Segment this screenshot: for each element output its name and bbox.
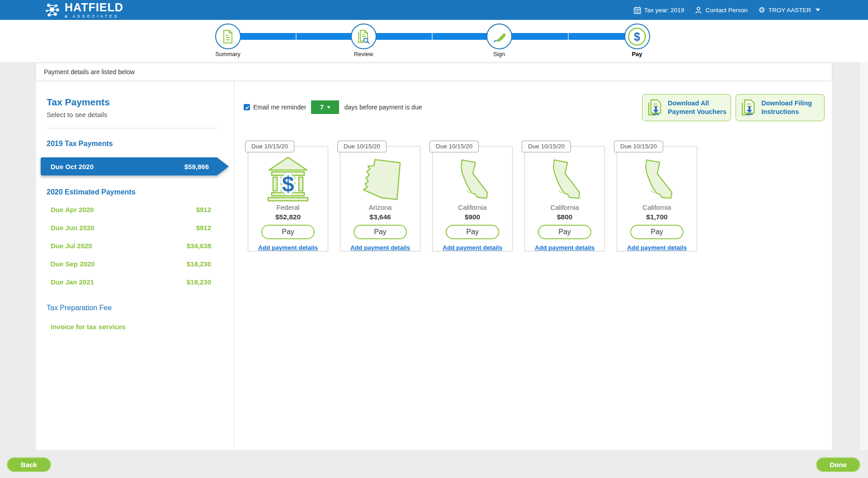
add-payment-details-link[interactable]: Add payment details — [627, 244, 687, 251]
add-payment-details-link[interactable]: Add payment details — [535, 244, 594, 251]
sidebar-item-due-jan-2021[interactable]: Due Jan 2021 $18,230 — [51, 273, 211, 291]
contact-person-label: Contact Person — [705, 7, 747, 14]
item-amount: $912 — [196, 224, 211, 232]
dollar-circle-icon: $ — [627, 27, 646, 46]
reminder-days-value: 7 — [320, 104, 324, 111]
selected-item-amount: $59,866 — [184, 163, 209, 170]
gear-icon: ⚙ — [758, 6, 765, 14]
step-review: Review — [336, 24, 391, 57]
email-reminder-label: Email me reminder — [253, 104, 306, 111]
download-filing-instructions-button[interactable]: Download Filing Instructions — [736, 94, 825, 121]
download-button-line1: Download All — [668, 99, 709, 107]
progress-separator — [568, 33, 569, 40]
payee-name: Arizona — [369, 204, 392, 211]
item-amount: $18,230 — [187, 278, 211, 286]
item-label: Due Jan 2021 — [51, 278, 94, 286]
item-amount: $18,230 — [187, 260, 211, 268]
item-amount: $34,638 — [187, 242, 211, 250]
step-pay-circle[interactable]: $ — [624, 24, 650, 49]
item-label: Due Sep 2020 — [51, 260, 95, 268]
sidebar-item-invoice[interactable]: Invoice for tax services — [51, 323, 234, 331]
step-pay: $ Pay — [610, 24, 664, 57]
item-label: Due Apr 2020 — [51, 206, 94, 213]
item-label: Due Jul 2020 — [51, 242, 92, 250]
done-button[interactable]: Done — [816, 457, 860, 472]
svg-text:$: $ — [634, 30, 640, 43]
download-button-line2: Payment Vouchers — [668, 108, 726, 115]
due-date-tag: Due 10/15/20 — [522, 141, 571, 152]
sign-pen-icon — [492, 30, 506, 43]
download-button-line1: Download Filing — [761, 99, 812, 107]
user-menu[interactable]: ⚙ TROY AASTER — [758, 6, 820, 14]
step-pay-label: Pay — [610, 51, 664, 57]
download-all-payment-vouchers-button[interactable]: Download All Payment Vouchers — [642, 94, 731, 121]
add-payment-details-link[interactable]: Add payment details — [443, 244, 502, 251]
payment-amount: $1,700 — [646, 213, 667, 221]
step-summary-label: Summary — [201, 51, 255, 57]
divider — [47, 128, 218, 128]
section-header-2019: 2019 Tax Payments — [47, 140, 234, 148]
tax-year-label: Tax year: 2019 — [644, 7, 684, 14]
sidebar-item-due-apr-2020[interactable]: Due Apr 2020 $912 — [51, 200, 211, 218]
calendar-icon — [634, 6, 641, 14]
payment-amount: $800 — [557, 213, 572, 221]
payments-main: Email me reminder 7 days before payment … — [234, 80, 832, 450]
download-button-line2: Instructions — [761, 108, 799, 115]
step-sign-label: Sign — [472, 51, 526, 57]
bank-icon: $ — [266, 155, 310, 204]
pay-button[interactable]: Pay — [446, 225, 499, 239]
reminder-days-dropdown[interactable]: 7 — [311, 100, 339, 114]
document-icon — [222, 30, 233, 43]
scrollbar-track[interactable] — [860, 62, 868, 450]
pay-button[interactable]: Pay — [538, 225, 591, 239]
page-banner: Payment details are listed below — [36, 63, 832, 80]
step-review-circle[interactable] — [351, 24, 377, 49]
due-date-tag: Due 10/15/20 — [429, 141, 479, 152]
sidebar-item-due-jul-2020[interactable]: Due Jul 2020 $34,638 — [51, 237, 211, 255]
add-payment-details-link[interactable]: Add payment details — [258, 244, 318, 251]
progress-separator — [296, 33, 297, 40]
payee-name: California — [550, 204, 579, 211]
user-name: TROY AASTER — [769, 7, 811, 14]
download-document-icon — [646, 99, 664, 117]
chevron-down-icon — [327, 106, 330, 109]
payment-card-arizona: Due 10/15/20 Arizona $3,646 Pay Add paym… — [340, 146, 420, 251]
document-search-icon — [357, 30, 370, 43]
brand-subtitle: & ASSOCIATES — [65, 14, 123, 19]
california-state-icon — [452, 155, 493, 204]
content-panel: Payment details are listed below Tax Pay… — [36, 63, 832, 450]
sidebar-item-due-jun-2020[interactable]: Due Jun 2020 $912 — [51, 218, 211, 237]
pay-button[interactable]: Pay — [630, 225, 684, 239]
email-reminder-suffix: days before payment is due — [344, 104, 422, 111]
progress-separator — [432, 33, 433, 40]
step-review-label: Review — [336, 51, 391, 57]
brand-logo: HATFIELD & ASSOCIATES — [43, 1, 123, 19]
back-button[interactable]: Back — [7, 457, 51, 472]
payment-amount: $900 — [465, 213, 480, 221]
sidebar-item-due-sep-2020[interactable]: Due Sep 2020 $18,230 — [51, 255, 211, 273]
payment-card-federal: Due 10/15/20 — [248, 146, 328, 251]
payee-name: California — [458, 204, 486, 211]
payment-card-california-1: Due 10/15/20 California $900 Pay Add pay… — [432, 146, 513, 251]
email-reminder-checkbox[interactable] — [244, 104, 250, 110]
step-summary: Summary — [201, 24, 255, 57]
brand-name: HATFIELD — [65, 2, 123, 13]
sidebar-item-due-oct-2020-selected[interactable]: Due Oct 2020 $59,866 — [41, 157, 217, 175]
tax-year-menu[interactable]: Tax year: 2019 — [634, 6, 684, 14]
due-date-tag: Due 10/15/20 — [337, 141, 387, 152]
person-icon — [695, 6, 702, 14]
step-summary-circle[interactable] — [215, 24, 241, 49]
pay-button[interactable]: Pay — [354, 225, 407, 239]
chevron-down-icon — [816, 9, 820, 11]
section-header-tax-preparation-fee[interactable]: Tax Preparation Fee — [47, 304, 234, 312]
pay-button[interactable]: Pay — [261, 225, 315, 239]
add-payment-details-link[interactable]: Add payment details — [350, 244, 410, 251]
california-state-icon — [544, 155, 585, 204]
payments-sidebar: Tax Payments Select to see details 2019 … — [36, 80, 234, 450]
section-header-2020: 2020 Estimated Payments — [47, 188, 234, 196]
step-sign-circle[interactable] — [486, 24, 512, 49]
progress-stepper: Summary Review — [0, 20, 868, 62]
contact-person-menu[interactable]: Contact Person — [695, 6, 747, 14]
payee-name: Federal — [277, 204, 300, 211]
payment-amount: $52,820 — [275, 213, 301, 221]
